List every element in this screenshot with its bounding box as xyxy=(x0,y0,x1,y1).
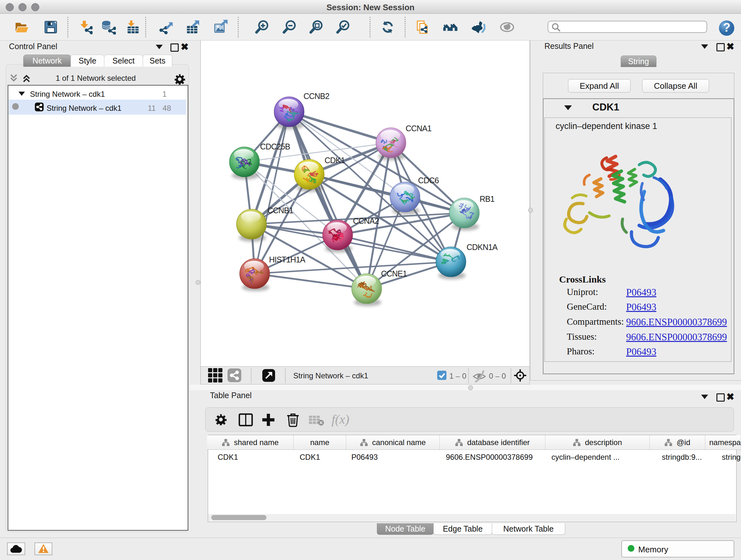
svg-text:HIST1H1A: HIST1H1A xyxy=(269,255,306,264)
svg-text:CDC25B: CDC25B xyxy=(260,142,290,151)
svg-text:CDK1: CDK1 xyxy=(325,156,345,165)
svg-text:?: ? xyxy=(723,21,730,34)
svg-text:CDKN1A: CDKN1A xyxy=(467,243,498,252)
svg-text:CCNA1: CCNA1 xyxy=(406,124,431,133)
svg-text:CDC6: CDC6 xyxy=(418,176,439,185)
svg-text:CCNB1: CCNB1 xyxy=(267,206,293,215)
svg-text:CCNA2: CCNA2 xyxy=(353,216,379,226)
svg-text:CCNB2: CCNB2 xyxy=(304,91,329,101)
svg-text:RB1: RB1 xyxy=(480,194,494,203)
svg-text:CCNE1: CCNE1 xyxy=(381,269,407,278)
